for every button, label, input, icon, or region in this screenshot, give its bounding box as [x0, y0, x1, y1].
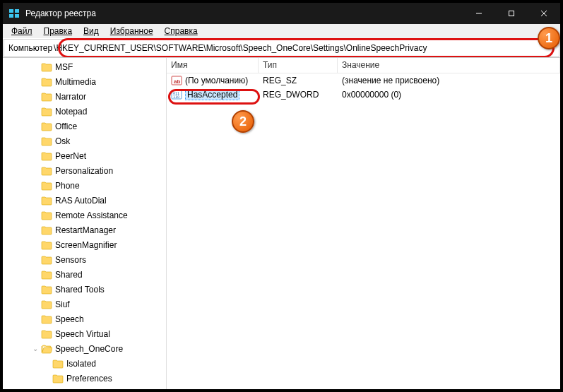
menu-file[interactable]: Файл: [6, 25, 38, 37]
folder-icon: [41, 255, 52, 265]
tree-item-narrator[interactable]: Narrator: [3, 89, 166, 104]
tree-item-label: ScreenMagnifier: [55, 239, 119, 251]
tree-item-label: Speech: [55, 314, 87, 325]
tree-item-label: Narrator: [55, 91, 89, 102]
tree-item-settings[interactable]: ⌄Settings: [3, 386, 166, 389]
tree-item-label: Notepad: [55, 106, 90, 117]
tree-item-label: Sensors: [55, 254, 89, 266]
address-path: \HKEY_CURRENT_USER\SOFTWARE\Microsoft\Sp…: [54, 43, 559, 53]
folder-icon: [41, 62, 52, 72]
value-name: (По умолчанию): [185, 76, 248, 85]
folder-icon: [41, 329, 52, 339]
tree-item-speech-onecore[interactable]: ⌄Speech_OneCore: [3, 341, 166, 356]
folder-icon: [41, 299, 52, 309]
binary-value-icon: 011110: [171, 89, 182, 100]
folder-icon: [41, 196, 52, 206]
tree-item-notepad[interactable]: Notepad: [3, 104, 166, 119]
folder-icon: [41, 121, 52, 131]
tree-item-remote-assistance[interactable]: Remote Assistance: [3, 208, 166, 222]
value-name: HasAccepted: [185, 89, 239, 100]
minimize-button[interactable]: [463, 3, 495, 24]
regedit-icon: [8, 8, 20, 19]
list-row[interactable]: 011110HasAcceptedREG_DWORD0x00000000 (0): [167, 88, 560, 102]
callout-badge-1: 1: [538, 27, 560, 49]
tree-item-screenmagnifier[interactable]: ScreenMagnifier: [3, 237, 166, 252]
list-body[interactable]: 2 ab(По умолчанию)REG_SZ(значение не при…: [167, 73, 560, 389]
tree-pane[interactable]: MSFMultimediaNarratorNotepadOfficeOskPee…: [3, 58, 167, 389]
menu-help[interactable]: Справка: [159, 25, 203, 37]
tree-item-label: Osk: [55, 136, 73, 147]
value-data: (значение не присвоено): [338, 74, 560, 87]
tree-item-osk[interactable]: Osk: [3, 133, 166, 148]
svg-rect-5: [509, 11, 514, 16]
tree-item-sensors[interactable]: Sensors: [3, 252, 166, 267]
folder-icon: [52, 374, 64, 384]
column-header-value[interactable]: Значение: [338, 58, 560, 73]
expander-icon[interactable]: ⌄: [30, 345, 41, 352]
callout-badge-2: 2: [232, 110, 254, 133]
svg-rect-1: [15, 9, 19, 13]
tree-item-shared[interactable]: Shared: [3, 267, 166, 282]
tree-item-multimedia[interactable]: Multimedia: [3, 74, 166, 89]
tree-item-preferences[interactable]: Preferences: [3, 371, 166, 386]
tree-item-speech[interactable]: Speech: [3, 311, 166, 326]
tree-item-label: Settings: [66, 388, 100, 390]
tree-item-siuf[interactable]: Siuf: [3, 297, 166, 311]
menu-edit[interactable]: Правка: [38, 25, 78, 37]
folder-icon: [41, 225, 52, 235]
tree-item-ras-autodial[interactable]: RAS AutoDial: [3, 193, 166, 208]
tree-item-label: Personalization: [55, 165, 116, 177]
tree-item-phone[interactable]: Phone: [3, 178, 166, 193]
folder-icon: [41, 240, 52, 250]
tree-item-label: Shared: [55, 269, 85, 280]
tree-item-msf[interactable]: MSF: [3, 59, 166, 74]
tree-item-isolated[interactable]: Isolated: [3, 356, 166, 371]
maximize-button[interactable]: [495, 3, 528, 24]
folder-icon: [41, 107, 52, 117]
menu-favorites[interactable]: Избранное: [105, 25, 159, 37]
svg-rect-2: [9, 14, 13, 18]
folder-icon: [41, 136, 52, 146]
registry-editor-window: Редактор реестра Файл Правка Вид Избранн…: [3, 3, 560, 389]
menubar: Файл Правка Вид Избранное Справка: [3, 24, 560, 38]
tree-item-label: RestartManager: [55, 225, 119, 236]
tree-item-label: MSF: [55, 61, 76, 73]
folder-icon: [41, 270, 52, 280]
tree-item-personalization[interactable]: Personalization: [3, 163, 166, 178]
svg-rect-3: [15, 14, 19, 18]
tree-item-restartmanager[interactable]: RestartManager: [3, 222, 166, 237]
folder-icon: [41, 77, 52, 87]
list-pane: Имя Тип Значение 2 ab(По умолчанию)REG_S…: [167, 58, 560, 389]
titlebar: Редактор реестра: [3, 3, 560, 24]
folder-icon: [41, 181, 52, 191]
tree-item-label: Remote Assistance: [55, 210, 131, 221]
tree-item-peernet[interactable]: PeerNet: [3, 148, 166, 163]
folder-icon: [41, 210, 52, 220]
list-header: Имя Тип Значение: [167, 58, 560, 73]
tree-item-speech-virtual[interactable]: Speech Virtual: [3, 326, 166, 341]
folder-icon: [41, 166, 52, 176]
folder-icon: [41, 344, 52, 354]
tree-item-label: Speech_OneCore: [55, 343, 126, 355]
list-row[interactable]: ab(По умолчанию)REG_SZ(значение не присв…: [167, 73, 560, 88]
folder-icon: [41, 314, 52, 324]
client-area: MSFMultimediaNarratorNotepadOfficeOskPee…: [3, 57, 560, 389]
close-button[interactable]: [528, 3, 560, 24]
column-header-name[interactable]: Имя: [167, 58, 259, 73]
tree-item-label: Isolated: [66, 358, 99, 369]
tree-item-label: RAS AutoDial: [55, 195, 109, 206]
svg-text:110: 110: [173, 95, 179, 99]
folder-icon: [41, 151, 52, 161]
value-type: REG_DWORD: [259, 88, 338, 101]
menu-view[interactable]: Вид: [78, 25, 105, 37]
address-bar[interactable]: Компьютер \HKEY_CURRENT_USER\SOFTWARE\Mi…: [4, 39, 559, 57]
window-title: Редактор реестра: [25, 8, 463, 18]
tree-item-shared-tools[interactable]: Shared Tools: [3, 282, 166, 297]
tree-item-office[interactable]: Office: [3, 119, 166, 133]
tree-item-label: Phone: [55, 180, 83, 191]
tree-item-label: Speech Virtual: [55, 328, 113, 340]
tree-item-label: Office: [55, 121, 80, 132]
column-header-type[interactable]: Тип: [259, 58, 338, 73]
tree-item-label: Siuf: [55, 299, 73, 310]
folder-icon: [52, 359, 64, 369]
